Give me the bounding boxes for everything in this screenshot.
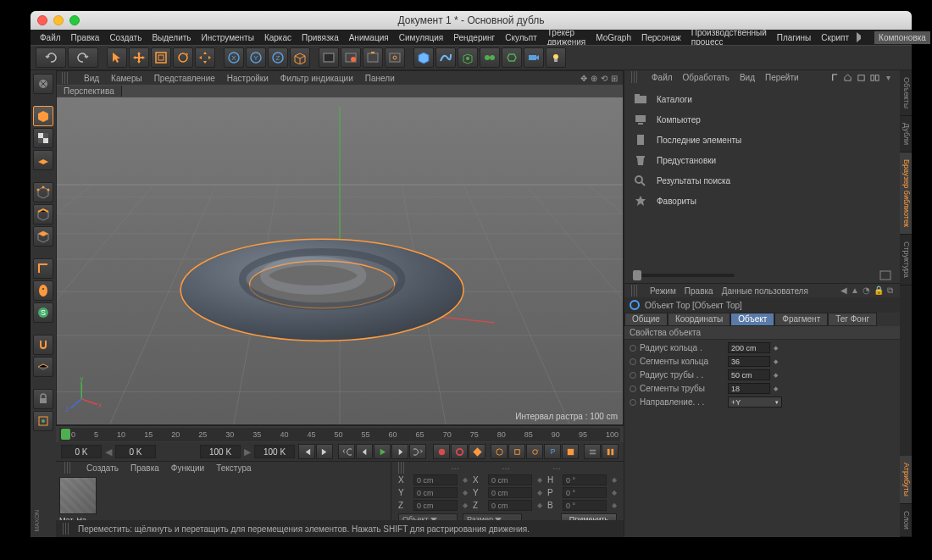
spinner-icon[interactable]: ◆ [774,385,778,392]
browser-row-search[interactable]: Результаты поиска [631,170,893,191]
axis-z-toggle[interactable]: Z [268,47,288,68]
mat-menu-edit[interactable]: Правка [130,463,159,473]
snap-toggle-button[interactable]: S [33,302,53,323]
attrs-menu-edit[interactable]: Правка [685,286,713,296]
render-settings-button[interactable] [385,47,405,68]
record-button[interactable] [433,444,450,459]
layout-compose[interactable]: Компоновка [874,31,930,44]
range-start-input[interactable] [61,445,102,458]
key-rot-button[interactable] [526,444,543,459]
preview-icon[interactable] [879,270,891,280]
tab-slice[interactable]: Фрагмент [774,313,828,326]
texture-mode-button[interactable] [33,128,53,148]
undo-button[interactable] [36,47,66,68]
sidetab-takes[interactable]: Дубли [900,116,912,152]
vp-pan-icon[interactable]: ✥ [580,74,587,83]
menu-simulation[interactable]: Симуляция [395,31,448,44]
size-input[interactable] [488,500,532,511]
vp-menu-cameras[interactable]: Камеры [111,74,142,83]
render-pv-button[interactable] [363,47,383,68]
sidetab-layers[interactable]: Слои [900,504,912,537]
rotate-tool[interactable] [173,47,193,68]
timeline-ruler[interactable]: 0510152025303540455055606570758085909510… [56,425,624,442]
keyframe-dot-icon[interactable] [630,372,636,379]
mat-menu-func[interactable]: Функции [171,463,204,473]
keyframe-sel-button[interactable] [469,444,485,459]
add-deformer-button[interactable] [480,47,500,68]
spinner-icon[interactable]: ◆ [774,345,778,352]
size-input[interactable] [488,474,532,485]
keyframe-dot-icon[interactable] [630,399,636,406]
attr-input[interactable] [728,342,770,353]
pos-input[interactable] [413,474,458,485]
spinner-icon[interactable]: ◆ [774,372,778,379]
attr-select[interactable]: +Y▾ [728,396,782,408]
vp-menu-options[interactable]: Настройки [227,74,269,83]
browser-menu-go[interactable]: Перейти [765,73,799,82]
vp-rotate-icon[interactable]: ⟲ [601,74,607,83]
attr-input[interactable] [728,356,770,367]
material-swatch[interactable] [59,477,97,514]
scale-tool[interactable] [151,47,171,68]
range-end-input[interactable] [254,445,295,458]
pos-input[interactable] [413,500,458,511]
vp-menu-panels[interactable]: Панели [365,74,395,83]
add-spline-button[interactable] [435,47,456,68]
tab-object[interactable]: Объект [730,313,774,326]
menu-render[interactable]: Рендеринг [449,31,499,44]
prev-key-button[interactable] [338,444,355,459]
menu-character[interactable]: Персонаж [637,31,685,44]
browser-nav-back-icon[interactable] [829,72,839,82]
axis-y-toggle[interactable]: Y [246,47,266,68]
attrs-new-icon[interactable]: ⧉ [887,286,893,296]
goto-start-button[interactable] [298,444,315,459]
key-scale-button[interactable] [508,444,525,459]
polygons-mode-button[interactable] [33,226,53,247]
menu-mograph[interactable]: MoGraph [591,31,635,44]
browser-catalog-icon[interactable] [856,72,866,82]
browser-shelf-icon[interactable] [869,72,879,82]
add-primitive-button[interactable] [413,47,434,68]
panel-grip-icon[interactable] [398,462,405,474]
add-light-button[interactable] [546,47,566,68]
browser-row-recent[interactable]: Последние элементы [631,130,893,150]
key-pos-button[interactable] [491,444,508,459]
vp-menu-display[interactable]: Представление [154,74,215,83]
keyframe-dot-icon[interactable] [630,345,636,352]
prev-frame-button[interactable] [356,444,373,459]
tab-basic[interactable]: Общие [624,313,668,326]
add-camera-button[interactable] [524,47,544,68]
workplane-mode-button[interactable] [33,150,53,170]
browser-menu-edit[interactable]: Обработать [683,73,730,82]
menu-select[interactable]: Выделить [147,31,195,44]
fold-button[interactable] [33,411,53,431]
attrs-lock-icon[interactable]: 🔒 [874,286,884,296]
redo-button[interactable] [68,47,98,68]
tab-phong[interactable]: Тег Фонг [828,313,877,326]
mat-menu-texture[interactable]: Текстура [216,463,251,473]
sidetab-structure[interactable]: Структура [900,235,912,286]
keyframe-dot-icon[interactable] [630,358,636,365]
vp-zoom-icon[interactable]: ⊕ [591,74,597,83]
timeline-menu1-button[interactable] [584,444,601,459]
menu-script[interactable]: Скрипт [817,31,853,44]
pos-input[interactable] [413,487,458,498]
viewport-3d[interactable]: y x z Интервал растра : 100 cm [57,97,623,424]
select-tool[interactable] [107,47,127,68]
key-param-button[interactable]: P [544,444,561,459]
browser-menu-file[interactable]: Файл [652,73,673,82]
magnet-button[interactable] [33,335,53,355]
sidetab-objects[interactable]: Объекты [900,70,912,116]
attrs-nav-back-icon[interactable]: ◀ [840,286,847,296]
menu-create[interactable]: Создать [105,31,146,44]
loop-start-input[interactable] [115,445,156,458]
next-key-button[interactable] [409,444,426,459]
move-tool[interactable] [129,47,149,68]
vp-maximize-icon[interactable]: ⊞ [611,74,618,83]
thumbnail-size-slider[interactable] [633,274,735,277]
edges-mode-button[interactable] [33,204,53,225]
play-button[interactable] [374,444,391,459]
menu-plugins[interactable]: Плагины [773,31,816,44]
model-mode-button[interactable] [33,106,53,126]
menu-mesh[interactable]: Каркас [260,31,296,44]
